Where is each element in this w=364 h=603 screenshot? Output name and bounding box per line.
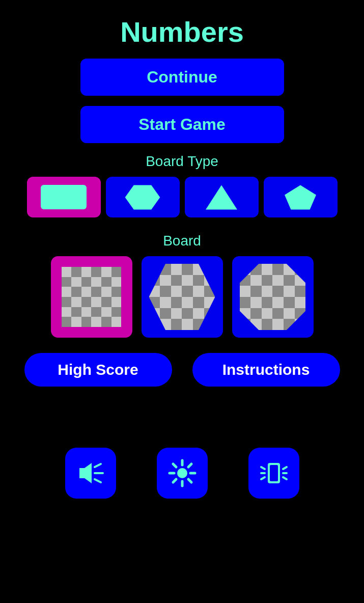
- vibration-icon: [259, 458, 289, 488]
- svg-line-6: [95, 479, 101, 482]
- board-type-label: Board Type: [146, 153, 218, 170]
- svg-line-20: [283, 467, 287, 469]
- svg-line-22: [283, 477, 287, 479]
- svg-line-4: [95, 464, 101, 467]
- board-type-selector: [27, 177, 338, 217]
- start-game-button[interactable]: Start Game: [80, 106, 284, 143]
- svg-rect-23: [270, 465, 278, 481]
- vibration-button[interactable]: [248, 448, 299, 499]
- bottom-buttons: High Score Instructions: [24, 353, 340, 387]
- board-selector: [51, 256, 314, 338]
- svg-line-13: [188, 479, 191, 482]
- svg-line-19: [261, 477, 265, 479]
- board-octagonal[interactable]: [232, 256, 314, 338]
- svg-line-15: [173, 479, 176, 482]
- board-square[interactable]: [51, 256, 132, 338]
- checkerboard-hex: [149, 264, 215, 330]
- hexagon-shape-icon: [125, 183, 160, 211]
- checkerboard-oct: [240, 264, 306, 330]
- svg-line-12: [173, 464, 176, 467]
- svg-line-17: [261, 467, 265, 469]
- app-title: Numbers: [120, 15, 244, 48]
- svg-line-14: [188, 464, 191, 467]
- board-type-hexagon[interactable]: [106, 177, 180, 217]
- triangle-shape-icon: [204, 183, 239, 211]
- board-label: Board: [163, 233, 201, 249]
- svg-marker-3: [79, 463, 92, 483]
- sound-button[interactable]: [65, 448, 116, 499]
- sound-icon: [75, 458, 106, 488]
- svg-marker-1: [206, 185, 237, 209]
- icon-row: [65, 448, 299, 499]
- pentagon-shape-icon: [283, 183, 318, 211]
- board-type-pentagon[interactable]: [264, 177, 338, 217]
- continue-button[interactable]: Continue: [80, 59, 284, 96]
- svg-marker-0: [125, 185, 160, 209]
- settings-button[interactable]: [157, 448, 208, 499]
- board-hexagonal[interactable]: [142, 256, 223, 338]
- checkerboard-square: [62, 267, 122, 327]
- board-type-rectangle[interactable]: [27, 177, 101, 217]
- high-score-button[interactable]: High Score: [24, 353, 172, 387]
- rectangle-shape-icon: [41, 185, 87, 209]
- board-type-triangle[interactable]: [185, 177, 259, 217]
- svg-point-7: [177, 468, 187, 478]
- settings-icon: [167, 458, 198, 488]
- instructions-button[interactable]: Instructions: [192, 353, 340, 387]
- svg-marker-2: [285, 185, 316, 209]
